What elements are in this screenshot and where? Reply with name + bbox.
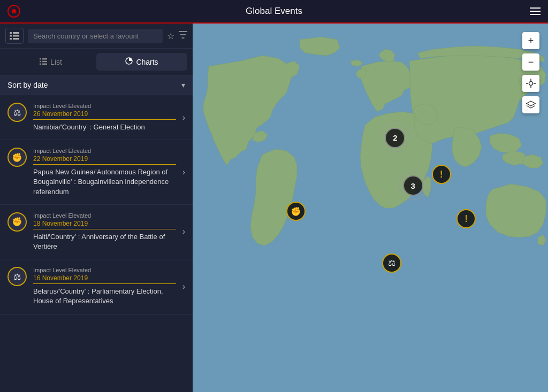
tab-list-label: List <box>50 58 62 66</box>
list-view-icon[interactable] <box>5 28 24 44</box>
event-card-3[interactable]: ✊ Impact Level Elevated 18 November 2019… <box>0 205 193 259</box>
zoom-out-button[interactable]: − <box>522 53 539 71</box>
marker-fist[interactable]: ✊ <box>286 202 306 221</box>
event-icon-4: ⚖ <box>7 267 27 286</box>
tab-bar: List Charts <box>0 49 193 75</box>
chevron-right-icon-3: › <box>182 227 185 236</box>
event-icon-2: ✊ <box>7 148 27 167</box>
event-card-4[interactable]: ⚖ Impact Level Elevated 16 November 2019… <box>0 259 193 314</box>
locate-button[interactable] <box>522 75 539 92</box>
tab-charts[interactable]: Charts <box>96 53 187 71</box>
exclamation-icon-2: ! <box>456 209 476 228</box>
event-title-3: Haiti/'Country' : Anniversary of the Bat… <box>33 232 176 251</box>
svg-rect-8 <box>40 60 41 62</box>
svg-rect-2 <box>10 35 12 37</box>
hamburger-line-2 <box>530 11 541 12</box>
sort-dropdown[interactable]: Sort by date ▾ <box>0 75 193 95</box>
event-icon-1: ⚖ <box>7 103 27 122</box>
zoom-in-button[interactable]: + <box>522 32 539 49</box>
event-title-2: Papua New Guinea/'Autonomous Region of B… <box>33 167 176 197</box>
filter-icon[interactable] <box>179 31 187 41</box>
event-content-1: Impact Level Elevated 26 November 2019 N… <box>33 103 176 132</box>
marker-cluster-2[interactable]: 2 <box>385 128 405 148</box>
svg-rect-4 <box>10 38 12 40</box>
event-title-1: Namibia/'Country' : General Election <box>33 122 176 132</box>
main-container: ☆ List <box>0 24 548 392</box>
cluster-count-3: 3 <box>403 175 423 196</box>
cluster-count-2: 2 <box>385 128 405 148</box>
app-title: Global Events <box>246 6 302 17</box>
svg-rect-3 <box>13 35 19 37</box>
event-icon-3: ✊ <box>7 212 27 232</box>
menu-button[interactable] <box>530 7 541 15</box>
event-list: ⚖ Impact Level Elevated 26 November 2019… <box>0 95 193 392</box>
logo-icon <box>7 5 20 18</box>
svg-rect-7 <box>42 58 47 60</box>
svg-rect-6 <box>40 58 41 60</box>
event-title-4: Belarus/'Country' : Parliamentary Electi… <box>33 287 176 306</box>
app-header: Global Events <box>0 0 548 24</box>
hamburger-line-1 <box>530 7 541 9</box>
marker-scales-south-africa[interactable]: ⚖ <box>382 253 401 273</box>
event-date-3: 18 November 2019 <box>33 220 176 229</box>
tab-charts-label: Charts <box>136 58 158 66</box>
marker-cluster-3[interactable]: 3 <box>403 175 423 196</box>
tab-list[interactable]: List <box>5 53 96 71</box>
event-impact-4: Impact Level Elevated <box>33 267 176 273</box>
event-content-2: Impact Level Elevated 22 November 2019 P… <box>33 148 176 197</box>
svg-rect-10 <box>40 63 41 65</box>
marker-alert-india[interactable]: ! <box>456 209 476 228</box>
event-date-4: 16 November 2019 <box>33 274 176 284</box>
svg-rect-11 <box>42 63 47 65</box>
layers-button[interactable] <box>522 96 539 113</box>
svg-point-14 <box>529 82 533 86</box>
exclamation-icon-1: ! <box>432 165 451 184</box>
svg-rect-1 <box>13 32 19 34</box>
hamburger-line-3 <box>530 14 541 15</box>
star-icon[interactable]: ☆ <box>167 31 174 41</box>
event-content-4: Impact Level Elevated 16 November 2019 B… <box>33 267 176 306</box>
event-card-1[interactable]: ⚖ Impact Level Elevated 26 November 2019… <box>0 95 193 140</box>
event-card-2[interactable]: ✊ Impact Level Elevated 22 November 2019… <box>0 140 193 205</box>
chevron-right-icon-4: › <box>182 282 185 291</box>
event-content-3: Impact Level Elevated 18 November 2019 H… <box>33 212 176 251</box>
scales-icon: ⚖ <box>382 253 401 273</box>
sort-label: Sort by date <box>7 81 48 89</box>
fist-icon: ✊ <box>286 202 306 221</box>
search-input[interactable] <box>28 29 163 43</box>
chevron-down-icon: ▾ <box>181 81 185 89</box>
left-panel: ☆ List <box>0 24 193 392</box>
map-panel[interactable]: 2 3 ✊ ⚖ ! ! + − <box>193 24 548 392</box>
event-impact-2: Impact Level Elevated <box>33 148 176 154</box>
event-date-1: 26 November 2019 <box>33 110 176 120</box>
svg-rect-5 <box>13 38 19 40</box>
search-bar: ☆ <box>0 24 193 49</box>
event-date-2: 22 November 2019 <box>33 155 176 165</box>
svg-rect-9 <box>42 60 47 62</box>
event-impact-1: Impact Level Elevated <box>33 103 176 109</box>
svg-rect-0 <box>10 32 12 34</box>
list-icon <box>40 58 47 66</box>
map-controls: + − <box>522 32 539 113</box>
event-impact-3: Impact Level Elevated <box>33 212 176 219</box>
charts-icon <box>125 57 133 66</box>
chevron-right-icon-2: › <box>182 167 185 177</box>
chevron-right-icon-1: › <box>182 113 185 122</box>
marker-alert-mideast[interactable]: ! <box>432 165 451 184</box>
